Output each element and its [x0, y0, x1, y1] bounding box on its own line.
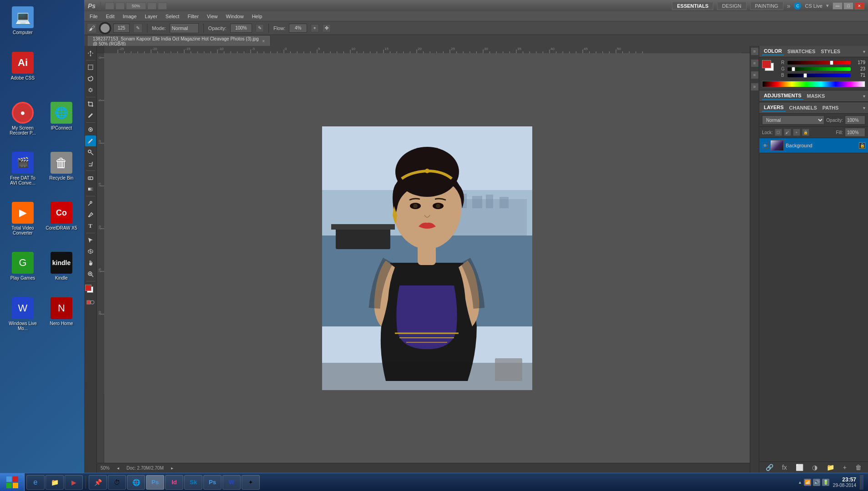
- blue-slider-thumb[interactable]: [803, 73, 807, 78]
- color-panel-collapse[interactable]: ▾: [863, 49, 865, 54]
- layer-mask-btn[interactable]: ⬜: [796, 464, 803, 471]
- lock-pixels-btn[interactable]: 🖌: [784, 129, 791, 136]
- show-desktop-btn[interactable]: [860, 475, 863, 490]
- tab-swatches[interactable]: SWATCHES: [786, 48, 818, 55]
- menu-image[interactable]: Image: [119, 13, 141, 20]
- link-layers-btn[interactable]: 🔗: [766, 464, 773, 471]
- side-panel-btn-2[interactable]: ≡: [751, 60, 758, 67]
- status-triangle-icon[interactable]: ◂: [117, 466, 119, 471]
- workspace-painting-btn[interactable]: PAINTING: [750, 2, 783, 10]
- cs-live-icon[interactable]: C: [794, 2, 801, 10]
- tool-healing[interactable]: [85, 124, 96, 135]
- ps-document-tab[interactable]: 1382377153_Sonam Kapoor Elle India Oct M…: [88, 36, 270, 46]
- ps-arrange-icon2[interactable]: [158, 2, 167, 10]
- taskbar-explorer[interactable]: 📁: [45, 475, 64, 490]
- close-btn[interactable]: ✕: [854, 2, 864, 10]
- taskbar-photoshop-active[interactable]: Ps: [146, 475, 164, 490]
- workspace-design-btn[interactable]: DESIGN: [717, 2, 746, 10]
- green-slider-track[interactable]: [787, 67, 851, 71]
- side-panel-btn-3[interactable]: ≡: [751, 71, 758, 79]
- desktop-icon-ipconnect[interactable]: 🌐 IPConnect: [43, 100, 80, 132]
- lock-transparent-btn[interactable]: ☐: [775, 129, 782, 136]
- tab-paths[interactable]: PATHS: [821, 104, 841, 111]
- tool-move[interactable]: [85, 48, 96, 59]
- tab-layers[interactable]: LAYERS: [762, 104, 786, 112]
- foreground-color-preview[interactable]: [762, 60, 771, 68]
- ps-canvas[interactable]: [104, 53, 750, 463]
- side-panel-btn-1[interactable]: ≡: [751, 48, 758, 55]
- menu-edit[interactable]: Edit: [102, 13, 118, 20]
- zoom-indicator[interactable]: 50%: [126, 2, 146, 10]
- desktop-icon-games[interactable]: G Play Games: [5, 250, 41, 282]
- taskbar-other[interactable]: ✦: [242, 475, 260, 490]
- layers-panel-collapse[interactable]: ▾: [863, 105, 865, 110]
- tray-network-icon[interactable]: 📶: [804, 479, 811, 486]
- tab-styles[interactable]: STYLES: [819, 48, 842, 55]
- workspace-more-icon[interactable]: »: [787, 2, 791, 10]
- tool-dodge[interactable]: [85, 198, 96, 209]
- ps-tool-icon[interactable]: [105, 2, 114, 10]
- taskbar-pin[interactable]: 📌: [89, 475, 107, 490]
- foreground-color-swatch[interactable]: [85, 285, 91, 291]
- menu-file[interactable]: File: [86, 13, 101, 20]
- desktop-icon-freedat[interactable]: 🎬 Free DAT To AVI Conve...: [5, 150, 41, 187]
- tab-channels[interactable]: CHANNELS: [787, 104, 819, 111]
- green-slider-thumb[interactable]: [792, 67, 795, 71]
- start-button[interactable]: [0, 473, 25, 491]
- desktop-icon-totalvideo[interactable]: ▶ Total Video Converter: [5, 200, 41, 237]
- layer-opacity-input[interactable]: 100%: [845, 115, 865, 125]
- delete-layer-btn[interactable]: 🗑: [855, 464, 862, 471]
- brush-icon[interactable]: 🖌: [87, 23, 97, 33]
- tool-path-select[interactable]: [85, 235, 96, 246]
- tab-color[interactable]: COLOR: [762, 47, 784, 55]
- red-slider-track[interactable]: [787, 61, 851, 65]
- menu-view[interactable]: View: [203, 13, 222, 20]
- taskbar-word[interactable]: W: [222, 475, 241, 490]
- desktop-icon-recorder[interactable]: ● My Screen Recorder P...: [5, 100, 41, 137]
- taskbar-ps2[interactable]: Ps: [203, 475, 222, 490]
- adj-panel-collapse[interactable]: ▾: [863, 94, 865, 99]
- taskbar-clock[interactable]: ⏱: [108, 475, 126, 490]
- brush-preview[interactable]: [98, 21, 112, 35]
- menu-window[interactable]: Window: [222, 13, 247, 20]
- tool-eraser[interactable]: [85, 172, 96, 183]
- new-group-btn[interactable]: 📁: [827, 464, 834, 471]
- maximize-btn[interactable]: □: [843, 2, 853, 10]
- tab-masks[interactable]: MASKS: [805, 92, 827, 100]
- cs-live-label[interactable]: CS Live: [805, 3, 823, 9]
- brush-size-input[interactable]: 125: [113, 24, 130, 33]
- tool-magic-wand[interactable]: [85, 85, 96, 95]
- tray-volume-icon[interactable]: 🔊: [813, 479, 820, 486]
- tool-gradient[interactable]: [85, 184, 96, 195]
- opacity-input[interactable]: 100%: [230, 24, 252, 33]
- cs-live-dropdown-icon[interactable]: ▾: [826, 3, 829, 9]
- desktop-icon-computer[interactable]: 💻 Computer: [5, 5, 41, 37]
- desktop-icon-adobe[interactable]: Ai Adobe CSS: [5, 50, 41, 82]
- tab-close-btn[interactable]: ×: [262, 39, 265, 44]
- desktop-icon-recycle[interactable]: 🗑 Recycle Bin: [43, 150, 80, 182]
- tool-brush[interactable]: [85, 135, 96, 146]
- tray-battery-icon[interactable]: 🔋: [822, 479, 829, 486]
- taskbar-skype[interactable]: Sk: [184, 475, 202, 490]
- menu-filter[interactable]: Filter: [184, 13, 202, 20]
- taskbar-media[interactable]: ▶: [65, 475, 83, 490]
- taskbar-indesign[interactable]: Id: [165, 475, 183, 490]
- tool-history-brush[interactable]: [85, 158, 96, 169]
- tool-eyedropper[interactable]: [85, 110, 96, 121]
- layer-style-btn[interactable]: fx: [782, 464, 787, 471]
- flow-input[interactable]: 4%: [289, 24, 307, 33]
- lock-position-btn[interactable]: +: [793, 129, 800, 136]
- tool-stamp[interactable]: [85, 147, 96, 158]
- airbrush-icon[interactable]: ✤: [323, 24, 331, 32]
- side-panel-btn-4[interactable]: ≡: [751, 83, 758, 90]
- opacity-pressure-icon[interactable]: ✎: [256, 24, 264, 32]
- tool-lasso[interactable]: [85, 73, 96, 84]
- lock-all-btn[interactable]: 🔒: [802, 129, 809, 136]
- ps-arrange-icon[interactable]: [147, 2, 156, 10]
- flow-pressure-icon[interactable]: ⌖: [311, 24, 319, 32]
- tool-pen[interactable]: [85, 209, 96, 220]
- tool-hand[interactable]: [85, 257, 96, 268]
- status-arrow-icon[interactable]: ▸: [171, 466, 173, 471]
- tool-marquee[interactable]: [85, 62, 96, 73]
- desktop-icon-nero[interactable]: N Nero Home: [43, 296, 80, 328]
